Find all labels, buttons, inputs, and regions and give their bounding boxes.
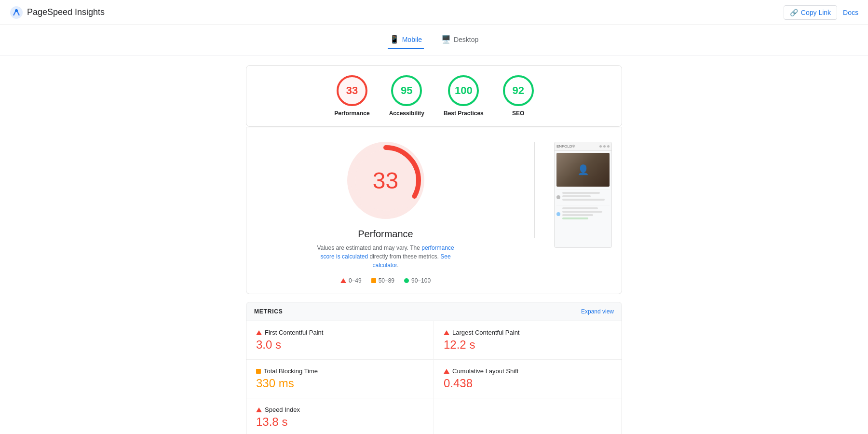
si-indicator-icon	[256, 407, 262, 412]
perf-desc-start: Values are estimated and may vary. The	[317, 244, 420, 251]
cls-header: Cumulative Layout Shift	[444, 367, 612, 375]
metric-empty	[434, 398, 622, 434]
svg-point-0	[10, 6, 23, 19]
accessibility-circle: 95	[391, 75, 422, 106]
tbt-indicator-icon	[256, 369, 261, 374]
screenshot-hero-image: 👤	[556, 153, 610, 187]
metric-tbt: Total Blocking Time 330 ms	[246, 360, 434, 398]
big-score-gauge: 33	[347, 142, 424, 219]
score-card-accessibility[interactable]: 95 Accessibility	[389, 75, 424, 117]
desktop-tab-icon: 🖥️	[441, 35, 451, 44]
best-practices-score: 100	[455, 84, 473, 97]
metrics-section: METRICS Expand view First Contentful Pai…	[246, 302, 622, 434]
page-header: PageSpeed Insights 🔗 Copy Link Docs	[0, 0, 868, 25]
performance-left: 33 Performance Values are estimated and …	[256, 142, 515, 284]
fail-triangle-icon	[340, 278, 346, 283]
ss-text-3	[562, 199, 605, 201]
ss-cta	[562, 217, 588, 219]
ss-bullet-1	[556, 195, 560, 199]
perf-desc-middle: directly from these metrics.	[369, 253, 438, 260]
svg-point-1	[15, 9, 18, 12]
legend-fail: 0–49	[340, 277, 362, 284]
metric-lcp: Largest Contentful Paint 12.2 s	[434, 321, 622, 360]
cls-name: Cumulative Layout Shift	[452, 367, 518, 375]
app-title: PageSpeed Insights	[27, 7, 105, 17]
ss-icon-row-1	[556, 192, 610, 202]
copy-link-label: Copy Link	[801, 9, 831, 16]
performance-circle: 33	[337, 75, 367, 106]
average-square-icon	[371, 278, 376, 283]
seo-score: 92	[512, 84, 524, 97]
link-icon: 🔗	[790, 9, 798, 16]
lcp-name: Largest Contentful Paint	[452, 329, 519, 336]
pass-circle-icon	[404, 278, 409, 283]
header-right: 🔗 Copy Link Docs	[784, 5, 858, 20]
fcp-value: 3.0 s	[256, 338, 424, 352]
ss-dot1	[599, 145, 602, 148]
tbt-header: Total Blocking Time	[256, 367, 424, 375]
tab-mobile[interactable]: 📱 Mobile	[388, 31, 424, 49]
screenshot-browser-bar: ENFOLD®	[555, 142, 611, 151]
best-practices-circle: 100	[448, 75, 479, 106]
seo-label: SEO	[512, 110, 524, 117]
big-score-value: 33	[373, 167, 398, 194]
si-value: 13.8 s	[256, 415, 424, 429]
tbt-value: 330 ms	[256, 377, 424, 390]
docs-link[interactable]: Docs	[843, 9, 858, 16]
ss-dot2	[603, 145, 606, 148]
si-header: Speed Index	[256, 406, 424, 413]
pagespeed-logo-icon	[10, 6, 23, 19]
lcp-value: 12.2 s	[444, 338, 612, 352]
performance-main: 33 Performance Values are estimated and …	[256, 142, 612, 284]
fcp-name: First Contentful Paint	[265, 329, 323, 336]
score-cards: 33 Performance 95 Accessibility 100 Best…	[246, 65, 622, 127]
header-left: PageSpeed Insights	[10, 6, 105, 19]
performance-label: Performance	[334, 110, 369, 117]
screenshot-site-name: ENFOLD®	[556, 144, 598, 149]
metric-cls: Cumulative Layout Shift 0.438	[434, 360, 622, 398]
desktop-tab-label: Desktop	[454, 36, 478, 43]
performance-score: 33	[346, 84, 358, 97]
vertical-divider	[534, 142, 535, 238]
hero-person-icon: 👤	[577, 164, 589, 176]
accessibility-score: 95	[401, 84, 412, 97]
score-card-best-practices[interactable]: 100 Best Practices	[444, 75, 484, 117]
cls-indicator-icon	[444, 369, 449, 374]
ss-text-2	[562, 195, 591, 197]
ss-section-1	[556, 190, 610, 202]
ss-icon-row-2	[556, 207, 610, 221]
performance-description: Values are estimated and may vary. The p…	[313, 244, 458, 270]
screenshot-body: 👤	[555, 151, 611, 224]
expand-view-link[interactable]: Expand view	[581, 308, 614, 315]
ss-text-1	[562, 192, 600, 194]
ss-bullet-2	[556, 212, 560, 216]
screenshot-panel: ENFOLD® 👤	[554, 142, 612, 248]
legend-pass: 90–100	[404, 277, 431, 284]
score-card-seo[interactable]: 92 SEO	[503, 75, 534, 117]
metric-si: Speed Index 13.8 s	[246, 398, 434, 434]
fcp-indicator-icon	[256, 330, 262, 335]
main-content: 33 Performance 95 Accessibility 100 Best…	[236, 55, 632, 434]
copy-link-button[interactable]: 🔗 Copy Link	[784, 5, 837, 20]
tabs-container: 📱 Mobile 🖥️ Desktop	[0, 25, 868, 55]
lcp-header: Largest Contentful Paint	[444, 329, 612, 336]
score-legend: 0–49 50–89 90–100	[340, 277, 431, 284]
performance-title: Performance	[358, 229, 413, 240]
fcp-header: First Contentful Paint	[256, 329, 424, 336]
score-card-performance[interactable]: 33 Performance	[334, 75, 369, 117]
metrics-section-title: METRICS	[254, 308, 283, 315]
ss-section-2	[556, 205, 610, 221]
metrics-grid: First Contentful Paint 3.0 s Largest Con…	[246, 321, 622, 434]
legend-average: 50–89	[371, 277, 394, 284]
seo-circle: 92	[503, 75, 534, 106]
ss-text-6	[562, 214, 593, 216]
lcp-indicator-icon	[444, 330, 449, 335]
tbt-name: Total Blocking Time	[264, 367, 318, 375]
performance-section: 33 Performance Values are estimated and …	[246, 127, 622, 294]
ss-dot3	[607, 145, 610, 148]
metrics-header: METRICS Expand view	[246, 302, 622, 321]
metric-fcp: First Contentful Paint 3.0 s	[246, 321, 434, 360]
mobile-tab-label: Mobile	[402, 36, 422, 43]
tab-desktop[interactable]: 🖥️ Desktop	[439, 31, 480, 49]
si-name: Speed Index	[265, 406, 300, 413]
